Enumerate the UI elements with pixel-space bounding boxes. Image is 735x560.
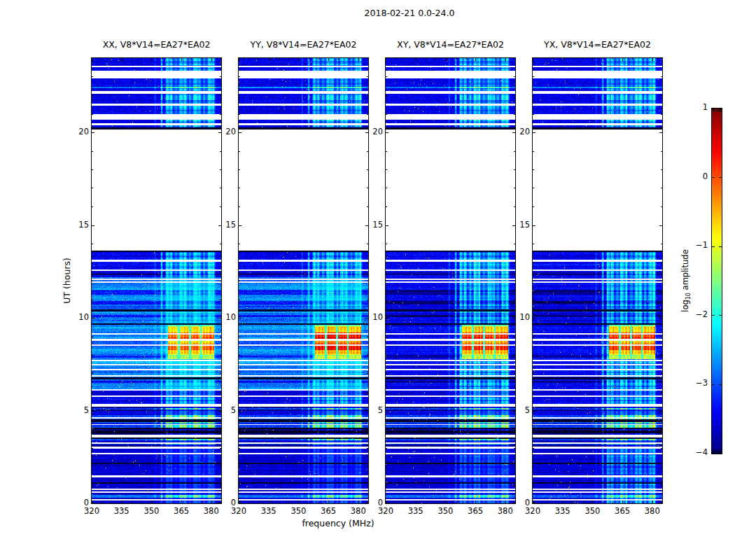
x-tick-label: 380 xyxy=(645,507,660,516)
y-tick-label: 5 xyxy=(231,407,236,415)
colorbar-tick-label: −1 xyxy=(696,241,708,250)
y-tick-label: 5 xyxy=(525,407,530,415)
x-axis-label: frequency (MHz) xyxy=(302,519,374,528)
figure: 2018-02-21 0.0-24.0 XX, V8*V14=EA27*EA02… xyxy=(0,0,735,560)
spectrogram-panel-xx xyxy=(91,57,222,504)
y-tick-label: 10 xyxy=(519,314,530,322)
y-tick-label: 20 xyxy=(519,128,530,136)
spectrogram-panel-yy xyxy=(238,57,369,504)
y-tick-label: 10 xyxy=(225,314,236,322)
x-tick-label: 350 xyxy=(144,507,159,516)
panel-title-yx: YX, V8*V14=EA27*EA02 xyxy=(544,41,651,50)
x-tick-label: 365 xyxy=(468,507,483,516)
spectrogram-panel-yx xyxy=(532,57,663,504)
spectrogram-panel-xy xyxy=(385,57,516,504)
y-tick-label: 15 xyxy=(372,221,383,230)
x-tick-label: 335 xyxy=(408,507,424,516)
y-tick-label: 5 xyxy=(378,407,383,415)
x-tick-label: 335 xyxy=(261,507,276,516)
x-tick-label: 350 xyxy=(290,507,306,516)
panel-title-yy: YY, V8*V14=EA27*EA02 xyxy=(251,41,357,50)
colorbar-tick-label: −2 xyxy=(696,311,708,319)
y-axis-label: UT (hours) xyxy=(63,258,72,304)
spectrogram-image-xy xyxy=(386,58,515,503)
x-tick-label: 380 xyxy=(351,507,366,516)
y-tick-label: 20 xyxy=(225,128,236,136)
spectrogram-image-xx xyxy=(92,58,221,503)
x-tick-label: 380 xyxy=(498,507,513,516)
colorbar-gradient xyxy=(712,108,722,454)
x-tick-label: 320 xyxy=(378,507,393,516)
x-tick-label: 380 xyxy=(204,507,219,516)
colorbar xyxy=(711,108,722,454)
x-tick-label: 350 xyxy=(438,507,453,516)
panel-title-xx: XX, V8*V14=EA27*EA02 xyxy=(103,41,211,50)
spectrogram-image-yy xyxy=(239,58,368,503)
y-tick-label: 20 xyxy=(372,128,383,136)
colorbar-tick-label: 0 xyxy=(703,173,708,181)
x-tick-label: 350 xyxy=(584,507,600,516)
y-tick-label: 10 xyxy=(78,314,89,322)
colorbar-label-prefix: log xyxy=(680,300,690,312)
y-tick-label: 20 xyxy=(78,128,89,136)
x-tick-label: 335 xyxy=(555,507,570,516)
x-tick-label: 320 xyxy=(525,507,540,516)
x-tick-label: 365 xyxy=(174,507,189,516)
colorbar-label-sub: 10 xyxy=(685,293,692,300)
y-tick-label: 10 xyxy=(372,314,383,322)
colorbar-tick-label: −3 xyxy=(696,379,708,388)
spectrogram-image-yx xyxy=(533,58,662,503)
x-tick-label: 365 xyxy=(615,507,630,516)
colorbar-label-suffix: amplitude xyxy=(680,249,690,293)
figure-title: 2018-02-21 0.0-24.0 xyxy=(365,9,455,18)
x-tick-label: 320 xyxy=(84,507,99,516)
x-tick-label: 365 xyxy=(321,507,336,516)
colorbar-tick-label: −4 xyxy=(696,449,708,457)
colorbar-label: log10 amplitude xyxy=(682,249,692,312)
panel-title-xy: XY, V8*V14=EA27*EA02 xyxy=(397,41,504,50)
colorbar-tick-label: 1 xyxy=(703,104,708,112)
y-tick-label: 5 xyxy=(84,407,89,415)
x-tick-label: 320 xyxy=(231,507,246,516)
y-tick-label: 15 xyxy=(225,221,236,230)
y-tick-label: 15 xyxy=(78,221,89,230)
y-tick-label: 15 xyxy=(519,221,530,230)
x-tick-label: 335 xyxy=(114,507,130,516)
